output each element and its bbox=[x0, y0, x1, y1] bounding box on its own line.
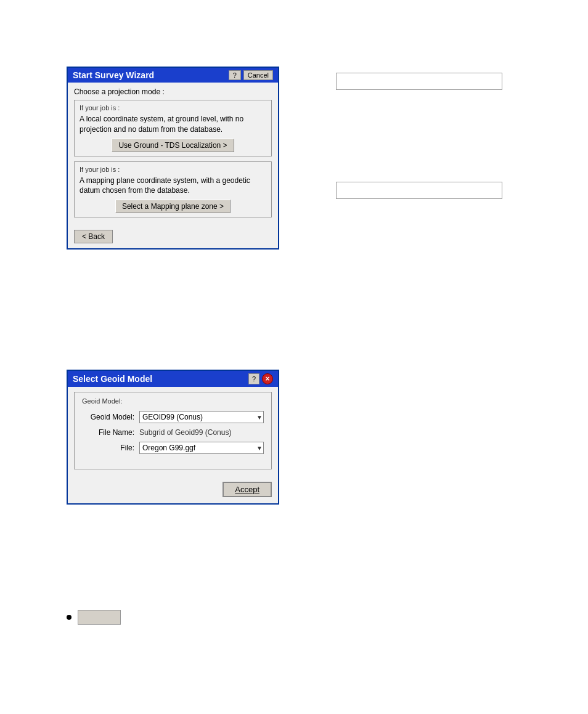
use-ground-button[interactable]: Use Ground - TDS Localization > bbox=[112, 139, 234, 152]
accept-label: Accept bbox=[235, 485, 259, 494]
bottom-box bbox=[78, 610, 121, 625]
geoid-body: Geoid Model: Geoid Model: GEOID99 (Conus… bbox=[68, 387, 278, 479]
wizard-titlebar: Start Survey Wizard ? Cancel bbox=[68, 68, 278, 83]
geoid-file-label: File: bbox=[82, 444, 134, 452]
geoid-footer: Accept bbox=[68, 479, 278, 503]
geoid-titlebar-buttons: ? × bbox=[248, 373, 273, 384]
geoid-model-row: Geoid Model: GEOID99 (Conus) ▼ bbox=[82, 411, 264, 423]
geoid-group-label: Geoid Model: bbox=[82, 397, 264, 405]
wizard-group2-text: A mapping plane coordinate system, with … bbox=[80, 176, 266, 197]
wizard-title: Start Survey Wizard bbox=[73, 70, 229, 80]
geoid-group: Geoid Model: Geoid Model: GEOID99 (Conus… bbox=[74, 392, 272, 469]
start-survey-wizard-dialog: Start Survey Wizard ? Cancel Choose a pr… bbox=[67, 67, 279, 249]
geoid-close-button[interactable]: × bbox=[262, 373, 273, 384]
wizard-titlebar-buttons: ? Cancel bbox=[229, 70, 273, 80]
geoid-titlebar: Select Geoid Model ? × bbox=[68, 371, 278, 387]
wizard-cancel-button[interactable]: Cancel bbox=[243, 70, 273, 80]
wizard-group1-text: A local coordinate system, at ground lev… bbox=[80, 114, 266, 135]
wizard-help-button[interactable]: ? bbox=[229, 70, 241, 80]
geoid-title: Select Geoid Model bbox=[73, 374, 248, 384]
wizard-group1: If your job is : A local coordinate syst… bbox=[74, 100, 272, 156]
accept-button[interactable]: Accept bbox=[223, 482, 272, 497]
geoid-filename-label: File Name: bbox=[82, 428, 134, 437]
geoid-model-select-wrap: GEOID99 (Conus) ▼ bbox=[139, 411, 264, 423]
geoid-filename-value: Subgrid of Geoid99 (Conus) bbox=[139, 428, 231, 437]
select-geoid-model-dialog: Select Geoid Model ? × Geoid Model: Geoi… bbox=[67, 370, 279, 505]
geoid-model-select[interactable]: GEOID99 (Conus) bbox=[139, 411, 264, 423]
wizard-group2-label: If your job is : bbox=[80, 166, 266, 173]
wizard-group2: If your job is : A mapping plane coordin… bbox=[74, 161, 272, 218]
select-mapping-plane-button[interactable]: Select a Mapping plane zone > bbox=[115, 200, 231, 213]
geoid-filename-row: File Name: Subgrid of Geoid99 (Conus) bbox=[82, 428, 264, 437]
wizard-body: Choose a projection mode : If your job i… bbox=[68, 83, 278, 227]
right-mid-box bbox=[336, 182, 502, 199]
wizard-footer: < Back bbox=[68, 227, 278, 248]
geoid-model-label: Geoid Model: bbox=[82, 413, 134, 421]
geoid-file-row: File: Oregon G99.ggf ▼ bbox=[82, 442, 264, 454]
geoid-help-button[interactable]: ? bbox=[248, 373, 259, 384]
right-top-box bbox=[336, 73, 502, 90]
geoid-file-select[interactable]: Oregon G99.ggf bbox=[139, 442, 264, 454]
wizard-choose-text: Choose a projection mode : bbox=[74, 87, 272, 96]
wizard-back-button[interactable]: < Back bbox=[74, 230, 113, 243]
bottom-area bbox=[67, 610, 121, 625]
geoid-file-select-wrap: Oregon G99.ggf ▼ bbox=[139, 442, 264, 454]
wizard-group1-label: If your job is : bbox=[80, 104, 266, 112]
bullet-dot bbox=[67, 615, 71, 620]
